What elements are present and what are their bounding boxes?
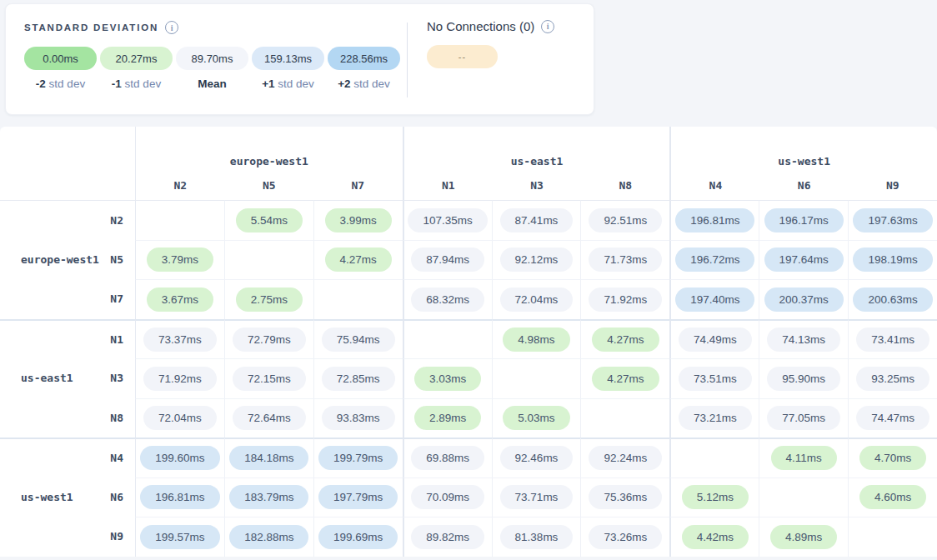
- latency-pill[interactable]: 92.51ms: [589, 208, 662, 232]
- row-node-label: N5: [110, 253, 123, 266]
- latency-pill[interactable]: 68.32ms: [411, 288, 484, 312]
- latency-pill[interactable]: 92.24ms: [589, 446, 662, 470]
- matrix-cell: 77.05ms: [759, 398, 848, 438]
- latency-pill[interactable]: 4.27ms: [592, 367, 659, 391]
- row-label: N1: [0, 319, 135, 359]
- row-region-label: us-east1: [21, 372, 73, 384]
- latency-pill[interactable]: 75.94ms: [322, 328, 395, 352]
- matrix-cell: 74.47ms: [848, 398, 937, 438]
- row-node-label: N9: [110, 530, 123, 542]
- latency-pill[interactable]: 3.03ms: [414, 367, 481, 391]
- matrix-cell: 72.85ms: [313, 358, 403, 398]
- matrix-cell: [403, 319, 492, 359]
- latency-pill[interactable]: 4.27ms: [592, 328, 659, 352]
- latency-pill[interactable]: 197.63ms: [853, 208, 932, 232]
- latency-pill[interactable]: 184.18ms: [229, 446, 308, 470]
- latency-pill[interactable]: 95.90ms: [767, 367, 840, 391]
- matrix-cell: 92.51ms: [580, 200, 669, 240]
- latency-pill[interactable]: 5.54ms: [236, 208, 303, 232]
- latency-pill[interactable]: 93.25ms: [856, 367, 929, 391]
- latency-pill[interactable]: 87.94ms: [411, 248, 484, 272]
- latency-pill[interactable]: 2.89ms: [414, 406, 481, 430]
- latency-pill[interactable]: 199.79ms: [318, 446, 398, 470]
- std-dev-info-icon[interactable]: i: [165, 21, 178, 34]
- legend-stop-label: Mean: [198, 78, 227, 90]
- latency-pill[interactable]: 73.37ms: [143, 328, 217, 352]
- row-node-label: N2: [110, 214, 123, 227]
- matrix-cell: 197.79ms: [313, 478, 403, 518]
- latency-pill[interactable]: 81.38ms: [500, 525, 574, 549]
- matrix-cell: 199.57ms: [135, 517, 224, 557]
- legend-stops: 0.00ms-2 std dev20.27ms-1 std dev89.70ms…: [24, 47, 407, 90]
- latency-pill[interactable]: 71.92ms: [143, 367, 217, 391]
- legend-divider: [407, 22, 408, 98]
- latency-pill[interactable]: 2.75ms: [236, 288, 303, 312]
- latency-pill[interactable]: 196.81ms: [675, 208, 754, 232]
- latency-pill[interactable]: 197.64ms: [764, 248, 844, 272]
- latency-pill[interactable]: 3.67ms: [147, 288, 213, 312]
- latency-pill[interactable]: 183.79ms: [229, 485, 308, 509]
- matrix-cell: 89.82ms: [403, 517, 492, 557]
- latency-pill[interactable]: 197.79ms: [318, 485, 398, 509]
- legend-pill: 228.56ms: [328, 47, 400, 70]
- latency-pill[interactable]: 199.69ms: [318, 525, 398, 549]
- latency-pill[interactable]: 70.09ms: [411, 485, 484, 509]
- latency-pill[interactable]: 5.12ms: [682, 485, 749, 509]
- latency-pill[interactable]: 73.41ms: [856, 328, 929, 352]
- latency-pill[interactable]: 72.15ms: [233, 367, 306, 391]
- matrix-cell: 71.73ms: [580, 240, 669, 280]
- latency-pill[interactable]: 197.40ms: [675, 288, 754, 312]
- latency-pill[interactable]: 87.41ms: [500, 208, 574, 232]
- latency-pill[interactable]: 4.98ms: [503, 328, 569, 352]
- latency-pill[interactable]: 69.88ms: [411, 446, 484, 470]
- latency-pill[interactable]: 74.47ms: [856, 406, 929, 430]
- latency-pill[interactable]: 4.60ms: [859, 485, 926, 509]
- matrix-cell: 95.90ms: [759, 358, 848, 398]
- latency-pill[interactable]: 72.79ms: [233, 328, 306, 352]
- latency-pill[interactable]: 93.83ms: [322, 406, 395, 430]
- latency-pill[interactable]: 182.88ms: [229, 525, 308, 549]
- latency-pill[interactable]: 4.70ms: [859, 446, 926, 470]
- latency-pill[interactable]: 72.04ms: [143, 406, 217, 430]
- column-node-header: N8: [581, 179, 669, 192]
- latency-pill[interactable]: 198.19ms: [853, 248, 932, 272]
- matrix-cell: [848, 517, 937, 557]
- latency-pill[interactable]: 200.37ms: [764, 288, 844, 312]
- latency-pill[interactable]: 71.73ms: [589, 248, 662, 272]
- latency-pill[interactable]: 4.89ms: [770, 525, 837, 549]
- latency-pill[interactable]: 92.46ms: [500, 446, 574, 470]
- latency-pill[interactable]: 3.79ms: [147, 248, 213, 272]
- latency-pill[interactable]: 92.12ms: [500, 248, 574, 272]
- latency-pill[interactable]: 77.05ms: [767, 406, 840, 430]
- latency-pill[interactable]: 75.36ms: [589, 485, 662, 509]
- latency-pill[interactable]: 107.35ms: [408, 208, 487, 232]
- latency-pill[interactable]: 196.17ms: [764, 208, 844, 232]
- latency-pill[interactable]: 73.26ms: [589, 525, 662, 549]
- latency-pill[interactable]: 73.21ms: [679, 406, 752, 430]
- latency-pill[interactable]: 73.71ms: [500, 485, 574, 509]
- latency-pill[interactable]: 89.82ms: [411, 525, 484, 549]
- no-connections-info-icon[interactable]: i: [541, 20, 554, 33]
- latency-pill[interactable]: 200.63ms: [853, 288, 932, 312]
- latency-pill[interactable]: 3.99ms: [325, 208, 392, 232]
- latency-pill[interactable]: 72.64ms: [233, 406, 306, 430]
- latency-pill[interactable]: 196.72ms: [675, 248, 754, 272]
- matrix-cell: 199.79ms: [313, 438, 403, 478]
- latency-pill[interactable]: 5.03ms: [503, 406, 569, 430]
- latency-pill[interactable]: 199.60ms: [140, 446, 219, 470]
- latency-pill[interactable]: 72.85ms: [322, 367, 395, 391]
- no-connections-legend: No Connections (0) i --: [407, 4, 554, 114]
- latency-pill[interactable]: 199.57ms: [140, 525, 219, 549]
- latency-pill[interactable]: 73.51ms: [679, 367, 752, 391]
- latency-pill[interactable]: 71.92ms: [589, 288, 662, 312]
- latency-pill[interactable]: 74.13ms: [767, 328, 840, 352]
- matrix-cell: [135, 200, 224, 240]
- latency-pill[interactable]: 72.04ms: [500, 288, 574, 312]
- matrix-cell: 70.09ms: [403, 478, 492, 518]
- latency-pill[interactable]: 74.49ms: [679, 328, 752, 352]
- latency-pill[interactable]: 196.81ms: [140, 485, 219, 509]
- matrix-cell: 196.81ms: [669, 200, 759, 240]
- latency-pill[interactable]: 4.11ms: [771, 446, 837, 470]
- latency-pill[interactable]: 4.42ms: [682, 525, 749, 549]
- latency-pill[interactable]: 4.27ms: [325, 248, 392, 272]
